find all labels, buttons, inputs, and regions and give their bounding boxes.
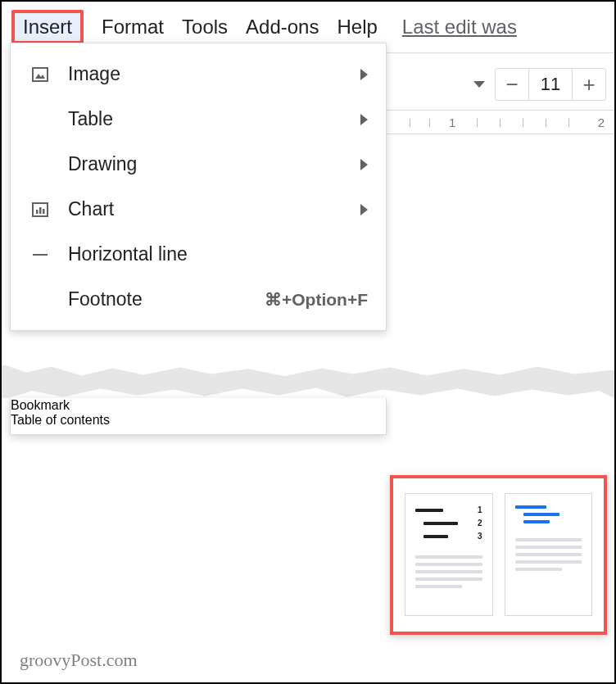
menu-item-footnote[interactable]: Footnote ⌘+Option+F (11, 277, 386, 322)
svg-rect-5 (43, 209, 45, 214)
horizontal-line-icon (29, 245, 52, 265)
watermark: groovyPost.com (20, 650, 138, 671)
menu-item-chart[interactable]: Chart (11, 187, 386, 232)
menu-addons[interactable]: Add-ons (246, 16, 319, 39)
menu-item-label: Table (68, 108, 344, 130)
toc-style-blue-links[interactable] (505, 493, 593, 616)
toc-style-page-numbers[interactable]: 1 2 3 (405, 493, 493, 616)
font-size-stepper: − 11 + (495, 68, 606, 101)
menu-item-label: Chart (68, 198, 344, 220)
menu-item-label: Drawing (68, 153, 344, 175)
menu-item-label: Footnote (68, 288, 248, 310)
chevron-right-icon (360, 69, 368, 80)
menu-item-label: Image (68, 63, 344, 85)
svg-rect-4 (39, 207, 42, 214)
menu-item-label: Table of contents (11, 413, 110, 427)
font-size-increase-button[interactable]: + (573, 69, 605, 100)
font-size-value[interactable]: 11 (528, 69, 573, 100)
svg-rect-0 (33, 68, 48, 81)
chevron-right-icon (360, 204, 368, 215)
menu-help[interactable]: Help (337, 16, 377, 39)
ruler: 1 2 (385, 110, 614, 134)
image-icon (29, 65, 52, 84)
menu-item-bookmark[interactable]: Bookmark (11, 398, 386, 413)
menu-shortcut: ⌘+Option+F (265, 290, 368, 310)
ruler-tick: 2 (598, 116, 605, 129)
chart-icon (29, 200, 52, 220)
menu-format[interactable]: Format (102, 16, 164, 39)
svg-rect-3 (36, 210, 38, 214)
insert-dropdown-bottom: Bookmark Table of contents (10, 398, 387, 435)
toolbar: − 11 + (385, 52, 614, 114)
chevron-right-icon (360, 114, 368, 125)
menu-item-label: Horizontal line (68, 243, 368, 265)
toc-submenu: 1 2 3 (390, 475, 607, 635)
menu-tools[interactable]: Tools (182, 16, 228, 39)
svg-marker-1 (35, 74, 45, 79)
ruler-tick: 1 (449, 116, 455, 129)
menu-item-table[interactable]: Table (11, 97, 386, 142)
last-edit-link[interactable]: Last edit was (402, 16, 517, 39)
font-size-decrease-button[interactable]: − (496, 69, 528, 100)
menu-item-drawing[interactable]: Drawing (11, 142, 386, 187)
torn-separator (2, 365, 616, 398)
insert-dropdown: Image Table Drawing Chart Horizontal lin… (10, 43, 387, 331)
chevron-right-icon (360, 159, 368, 170)
menu-insert[interactable]: Insert (11, 10, 84, 44)
menu-item-table-of-contents[interactable]: Table of contents (11, 413, 386, 428)
menu-item-horizontal-line[interactable]: Horizontal line (11, 232, 386, 277)
menu-item-image[interactable]: Image (11, 52, 386, 97)
font-dropdown-caret[interactable] (473, 81, 485, 88)
menu-item-label: Bookmark (11, 398, 70, 412)
